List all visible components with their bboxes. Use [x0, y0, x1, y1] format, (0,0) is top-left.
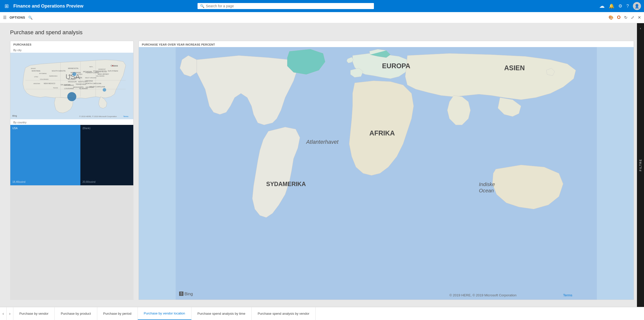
- purchases-section: PURCHASES By city: [10, 41, 134, 186]
- svg-text:Indiske: Indiske: [479, 182, 495, 187]
- svg-text:Terms: Terms: [563, 293, 572, 297]
- by-country-label: By country: [10, 119, 133, 125]
- gear-icon[interactable]: ⚙: [618, 3, 622, 9]
- svg-text:Ottawa: Ottawa: [111, 64, 118, 67]
- svg-text:Gulf of Maine: Gulf of Maine: [108, 70, 118, 72]
- svg-text:ARIZONA: ARIZONA: [34, 83, 40, 84]
- treemap-container: USA 18,46tusind (Blank) 20,66tusind: [10, 125, 133, 185]
- avatar[interactable]: 👤: [633, 2, 641, 10]
- svg-text:INDIANA: INDIANA: [75, 77, 82, 79]
- svg-text:WYOMING: WYOMING: [39, 73, 47, 74]
- svg-text:NEW JERSEY: NEW JERSEY: [98, 73, 109, 75]
- svg-text:Ocean: Ocean: [479, 188, 494, 193]
- hamburger-icon[interactable]: ☰: [3, 15, 7, 20]
- svg-text:COLORADO: COLORADO: [40, 79, 49, 80]
- svg-text:NORTH CAROLINA: NORTH CAROLINA: [86, 83, 102, 84]
- filter-label: FILTRE: [639, 159, 642, 171]
- options-label: OPTIONS: [10, 16, 25, 19]
- help-icon[interactable]: ?: [626, 4, 629, 9]
- office-icon[interactable]: O: [617, 15, 621, 20]
- page-title: Purchase and spend analysis: [10, 29, 634, 36]
- grid-icon[interactable]: ⊞: [3, 2, 10, 11]
- dashboard-row: PURCHASES By city: [10, 41, 634, 300]
- close-icon[interactable]: ✕: [638, 15, 641, 20]
- sub-navigation: ☰ OPTIONS 🔍 🎨 O ↻ ⤢ ✕: [0, 12, 644, 23]
- svg-text:ILLINOIS: ILLINOIS: [68, 78, 75, 80]
- svg-text:NOV...: NOV...: [89, 66, 94, 67]
- svg-text:DELAWARE: DELAWARE: [96, 75, 105, 77]
- tab-bar: ‹ › Purchase by vendor Purchase by produ…: [0, 307, 644, 320]
- search-input[interactable]: [206, 4, 371, 8]
- treemap-blank-value: 20,66tusind: [82, 181, 131, 183]
- svg-text:IOWA: IOWA: [68, 75, 72, 76]
- search-bar[interactable]: 🔍: [198, 3, 374, 9]
- svg-text:TENNESSEE: TENNESSEE: [76, 83, 86, 85]
- bell-icon[interactable]: 🔔: [609, 3, 614, 9]
- treemap-blank-label: (Blank): [82, 127, 131, 130]
- tab-purchase-by-product[interactable]: Purchase by product: [55, 307, 97, 320]
- top-navigation: ⊞ Finance and Operations Preview 🔍 ☁ 🔔 ⚙…: [0, 0, 644, 12]
- subnav-right-icons: 🎨 O ↻ ⤢ ✕: [608, 15, 641, 20]
- usa-map-svg: USA Ottawa MONTANA IDAHO: [10, 53, 133, 119]
- svg-text:OKLAHOMA: OKLAHOMA: [60, 84, 71, 86]
- treemap-usa-value: 18,46tusind: [12, 181, 25, 183]
- subnav-search-icon[interactable]: 🔍: [28, 16, 33, 20]
- tab-purchase-by-vendor[interactable]: Purchase by vendor: [13, 307, 55, 320]
- svg-text:UTAH: UTAH: [34, 76, 38, 78]
- svg-text:© 2019 HERE, © 2019 Microsoft : © 2019 HERE, © 2019 Microsoft Corporatio…: [449, 293, 517, 297]
- svg-text:MINNESOTA: MINNESOTA: [68, 67, 78, 69]
- svg-text:WISCONSIN: WISCONSIN: [71, 72, 81, 74]
- svg-text:NEW MEXICO: NEW MEXICO: [44, 83, 55, 84]
- treemap-usa[interactable]: USA 18,46tusind: [10, 125, 80, 185]
- app-title: Finance and Operations Preview: [13, 4, 83, 9]
- usa-map-container: USA Ottawa MONTANA IDAHO: [10, 53, 133, 119]
- svg-text:AFRIKA: AFRIKA: [369, 129, 395, 137]
- paint-icon[interactable]: 🎨: [608, 15, 614, 20]
- svg-text:Terms: Terms: [123, 115, 128, 118]
- world-map-svg: EUROPA ASIEN Atlanterhavet AFRIKA SYDAME…: [139, 47, 634, 300]
- svg-text:VIRGINIA: VIRGINIA: [85, 80, 93, 82]
- svg-text:MONTANA: MONTANA: [32, 70, 41, 72]
- svg-text:Atlanterhavet: Atlanterhavet: [306, 139, 339, 145]
- nav-right-icons: ☁ 🔔 ⚙ ? 👤: [599, 2, 641, 10]
- tab-next-button[interactable]: ›: [7, 307, 13, 320]
- svg-text:IDAHO: IDAHO: [31, 68, 36, 69]
- svg-point-8: [103, 88, 106, 92]
- svg-text:OHIO: OHIO: [79, 74, 83, 75]
- tab-prev-button[interactable]: ‹: [0, 307, 7, 320]
- right-panel-header: PURCHASE YEAR OVER YEAR INCREASE PERCENT: [139, 41, 634, 47]
- svg-text:SOUTH CAROLINA: SOUTH CAROLINA: [89, 86, 105, 88]
- svg-text:VERMONT: VERMONT: [98, 68, 106, 70]
- svg-point-11: [112, 65, 113, 66]
- svg-text:SOUTH DAKOTA: SOUTH DAKOTA: [52, 70, 66, 72]
- main-content: Purchase and spend analysis PURCHASES By…: [0, 23, 644, 307]
- svg-text:EUROPA: EUROPA: [382, 62, 410, 70]
- world-map-container: EUROPA ASIEN Atlanterhavet AFRIKA SYDAME…: [139, 47, 634, 300]
- svg-point-9: [67, 92, 76, 101]
- cloud-icon[interactable]: ☁: [599, 3, 605, 9]
- svg-text:PENNSYLVANIA: PENNSYLVANIA: [86, 72, 99, 74]
- svg-text:MISSOURI: MISSOURI: [68, 81, 77, 83]
- svg-text:WEST VIRGINIA: WEST VIRGINIA: [85, 77, 96, 79]
- svg-text:© 2019 HERE, © 2019 Microsoft : © 2019 HERE, © 2019 Microsoft Corporatio…: [79, 115, 117, 118]
- refresh-icon[interactable]: ↻: [624, 15, 627, 20]
- tab-purchase-spend-analysis-by-time[interactable]: Purchase spend analysis by time: [191, 307, 252, 320]
- svg-text:🅱 Bing: 🅱 Bing: [179, 292, 193, 296]
- filter-panel[interactable]: ‹ FILTRE: [637, 23, 644, 307]
- svg-text:TEXAS: TEXAS: [53, 87, 58, 89]
- tab-purchase-by-period[interactable]: Purchase by period: [97, 307, 138, 320]
- svg-text:NEBRASKA: NEBRASKA: [49, 75, 57, 77]
- svg-text:LOUISIANA: LOUISIANA: [64, 88, 74, 89]
- by-city-label: By city: [10, 47, 133, 53]
- search-icon: 🔍: [200, 4, 204, 8]
- tab-purchase-spend-analysis-by-vendor[interactable]: Purchase spend analysis by vendor: [252, 307, 316, 320]
- right-panel: PURCHASE YEAR OVER YEAR INCREASE PERCENT: [139, 41, 634, 300]
- svg-text:Bing: Bing: [12, 115, 17, 117]
- svg-text:SYDAMERIKA: SYDAMERIKA: [266, 181, 306, 187]
- svg-text:ASIEN: ASIEN: [504, 64, 525, 72]
- purchases-header: PURCHASES: [10, 41, 133, 47]
- tab-purchase-by-vendor-location[interactable]: Purchase by vendor location: [138, 307, 191, 320]
- filter-arrow-icon: ‹: [640, 27, 641, 30]
- popout-icon[interactable]: ⤢: [631, 15, 634, 20]
- treemap-blank[interactable]: (Blank) 20,66tusind: [80, 125, 133, 185]
